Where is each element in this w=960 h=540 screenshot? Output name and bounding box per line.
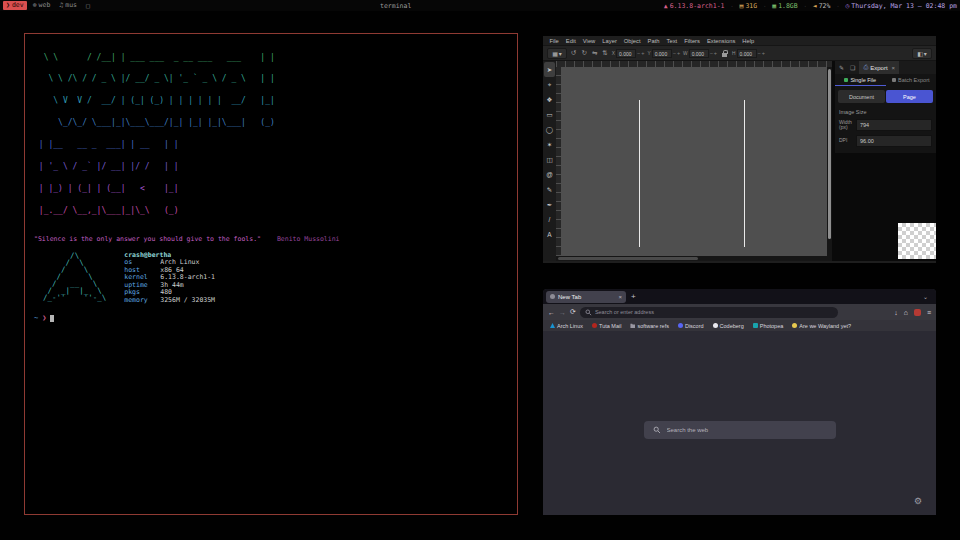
bookmarks-bar: Arch Linux Tuta Mail software refs Disco… (543, 320, 936, 331)
shell-prompt[interactable]: ~ ❯ (34, 314, 508, 322)
increment-button[interactable]: + (677, 50, 680, 56)
rectangle-tool[interactable]: ▭ (544, 107, 555, 122)
url-input[interactable] (595, 309, 833, 315)
height-spinbox[interactable]: H 0.000 −+ (732, 49, 765, 58)
inkscape-canvas[interactable] (561, 67, 827, 256)
reload-button[interactable]: ⟳ (570, 308, 576, 316)
flip-horizontal-icon[interactable]: ⇋ (591, 49, 598, 57)
tab-batch-export[interactable]: Batch Export (886, 74, 937, 86)
gear-icon[interactable]: ⚙ (914, 496, 922, 506)
layout-symbol-icon[interactable]: □ (86, 2, 90, 10)
node-tool[interactable]: ⌖ (544, 77, 555, 92)
text-tool[interactable]: A (544, 227, 555, 242)
rotate-cw-icon[interactable]: ↻ (580, 49, 587, 57)
pencil-tool[interactable]: ✎ (544, 182, 555, 197)
box3d-tool[interactable]: ◫ (544, 152, 555, 167)
scrollbar-thumb[interactable] (558, 257, 698, 260)
bookmark-tuta-mail[interactable]: Tuta Mail (592, 323, 621, 329)
newtab-search-box[interactable] (644, 421, 836, 439)
pencil-icon[interactable]: ✎ (837, 64, 846, 71)
decrement-button[interactable]: − (710, 50, 713, 56)
page-button[interactable]: Page (886, 90, 933, 103)
spiral-tool[interactable]: @ (544, 167, 555, 182)
flip-vertical-icon[interactable]: ⇅ (601, 49, 608, 57)
menu-extensions[interactable]: Extensions (703, 38, 738, 44)
inkscape-menubar: File Edit View Layer Object Path Text Fi… (543, 36, 936, 45)
star-tool[interactable]: ✶ (544, 137, 555, 152)
menu-help[interactable]: Help (739, 38, 758, 44)
memory-text: 1.8GB (778, 2, 798, 10)
bookmark-codeberg[interactable]: Codeberg (713, 323, 744, 329)
pen-tool[interactable]: ✒ (544, 197, 555, 212)
increment-button[interactable]: + (762, 50, 765, 56)
menu-filters[interactable]: Filters (681, 38, 704, 44)
increment-button[interactable]: + (641, 50, 644, 56)
newtab-search-input[interactable] (667, 427, 827, 433)
tool-options-dropdown[interactable]: ▦▾ (547, 48, 567, 59)
width-spinbox[interactable]: W 0.000 −+ (683, 49, 717, 58)
rotate-ccw-icon[interactable]: ↺ (570, 49, 577, 57)
menu-path[interactable]: Path (644, 38, 663, 44)
clock-text: Thursday, Mar 13 — 02:48 pm (851, 2, 957, 10)
menu-text[interactable]: Text (663, 38, 681, 44)
x-spinbox[interactable]: X 0.000 −+ (612, 49, 645, 58)
dpi-input[interactable] (856, 135, 932, 147)
inkscape-window[interactable]: File Edit View Layer Object Path Text Fi… (543, 36, 936, 263)
back-button[interactable]: ← (548, 309, 555, 316)
width-input[interactable] (856, 119, 932, 131)
list-all-tabs-chevron-icon[interactable]: ⌄ (923, 293, 928, 300)
separator: · (836, 3, 839, 9)
close-icon[interactable]: × (618, 294, 622, 300)
document-button[interactable]: Document (838, 90, 885, 103)
terminal-window[interactable]: \ \ / /__| | ___ ___ _ __ ___ ___ | | \ … (24, 33, 518, 515)
workspace-tag-mus[interactable]: ♫ mus (56, 1, 80, 10)
bookmark-folder-software-refs[interactable]: software refs (630, 323, 668, 329)
bookmark-arch-linux[interactable]: Arch Linux (550, 323, 583, 329)
ellipse-tool[interactable]: ◯ (544, 122, 555, 137)
bookmark-discord[interactable]: Discord (678, 323, 704, 329)
workspace-tags: ❯ dev ⊕ web ♫ mus □ (3, 1, 90, 10)
y-spinbox[interactable]: Y 0.000 −+ (647, 49, 680, 58)
tab-single-file[interactable]: Single File (835, 74, 886, 86)
workspace-tag-dev[interactable]: ❯ dev (3, 1, 27, 10)
volume-module: ◄ 72% (813, 2, 831, 10)
menu-layer[interactable]: Layer (599, 38, 621, 44)
url-bar[interactable] (580, 307, 838, 318)
menu-object[interactable]: Object (620, 38, 644, 44)
new-tab-button[interactable]: + (629, 292, 638, 301)
decrement-button[interactable]: − (673, 50, 676, 56)
home-icon[interactable]: ⌂ (904, 309, 908, 316)
horizontal-scrollbar[interactable] (556, 256, 832, 261)
menu-edit[interactable]: Edit (562, 38, 579, 44)
bookmark-photopea[interactable]: Photopea (753, 323, 784, 329)
layers-icon[interactable]: ❏ (848, 64, 857, 71)
bookmark-are-we-wayland-yet[interactable]: Are we Wayland yet? (792, 323, 851, 329)
firefox-window[interactable]: New Tab × + ⌄ ← → ⟳ ↓ ⌂ ≡ Arch Linux Tut… (543, 289, 936, 515)
ublock-extension-icon[interactable] (914, 309, 921, 316)
menu-file[interactable]: File (546, 38, 562, 44)
close-icon[interactable]: × (892, 65, 896, 71)
scrollbar-thumb[interactable] (828, 69, 831, 239)
menu-hamburger-icon[interactable]: ≡ (927, 309, 931, 316)
lock-ratio-icon[interactable] (722, 53, 727, 57)
workspace-tag-web[interactable]: ⊕ web (30, 1, 54, 10)
tab-new-tab[interactable]: New Tab × (546, 291, 626, 303)
snap-controls-dropdown[interactable]: ◧▾ (912, 48, 932, 59)
export-preview-area (835, 153, 936, 261)
decrement-button[interactable]: − (758, 50, 761, 56)
downloads-icon[interactable]: ↓ (894, 309, 898, 316)
increment-button[interactable]: + (714, 50, 717, 56)
shape-builder-tool[interactable]: ❖ (544, 92, 555, 107)
memory-module: ▦ 1.8GB (772, 2, 798, 10)
navigation-bar: ← → ⟳ ↓ ⌂ ≡ (543, 304, 936, 320)
export-mode-tabs: Single File Batch Export (835, 74, 936, 86)
forward-button[interactable]: → (559, 309, 566, 316)
calligraphy-tool[interactable]: / (544, 212, 555, 227)
music-icon: ♫ (59, 1, 63, 10)
discord-icon (678, 323, 683, 328)
selector-tool[interactable]: ➤ (544, 62, 555, 77)
vertical-scrollbar[interactable] (827, 67, 832, 256)
decrement-button[interactable]: − (637, 50, 640, 56)
export-dialog-tab[interactable]: ⎙ Export × (859, 61, 899, 74)
menu-view[interactable]: View (579, 38, 598, 44)
